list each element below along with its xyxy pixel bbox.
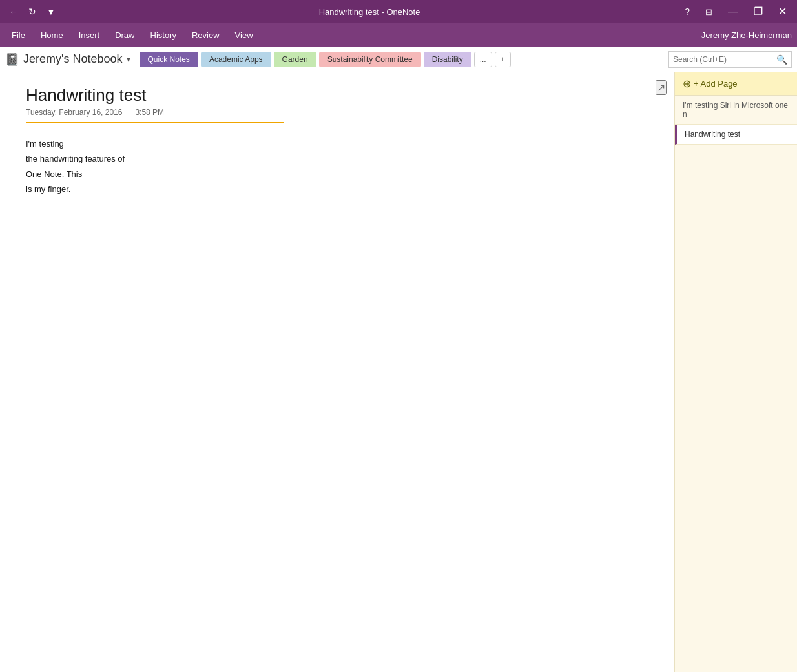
search-input[interactable] [673, 55, 776, 64]
search-bar[interactable]: 🔍 [668, 51, 792, 68]
page-list-item[interactable]: I'm testing Siri in Microsoft one n [675, 96, 797, 125]
tab-more[interactable]: ... [474, 52, 492, 67]
add-page-label: + Add Page [694, 79, 738, 89]
notebook-icon: 📓 [5, 52, 19, 67]
tab-academic-apps[interactable]: Academic Apps [201, 52, 271, 67]
page-content: Handwriting test Tuesday, February 16, 2… [0, 72, 674, 672]
menu-history[interactable]: History [144, 28, 183, 43]
page-meta: Tuesday, February 16, 2016 3:58 PM [26, 108, 284, 117]
menu-view[interactable]: View [229, 28, 260, 43]
help-icon[interactable]: ? [679, 5, 695, 18]
notebook-header: 📓 Jeremy's Notebook ▾ Quick Notes Academ… [0, 47, 797, 72]
user-name: Jeremy Zhe-Heimerman [701, 30, 792, 40]
add-page-icon: ⊕ [683, 78, 691, 90]
undo-button[interactable]: ↻ [25, 5, 40, 18]
window-right-controls: ? ⊟ — ❐ ✕ [679, 5, 792, 18]
page-time: 3:58 PM [135, 108, 164, 117]
restore-button[interactable]: ❐ [749, 5, 768, 18]
menu-review[interactable]: Review [185, 28, 226, 43]
page-list-item[interactable]: Handwriting test [675, 125, 797, 145]
tab-garden[interactable]: Garden [274, 52, 316, 67]
page-title: Handwriting test [26, 85, 284, 105]
body-line-3: One Note. This [26, 167, 648, 182]
tab-add-new[interactable]: + [495, 52, 511, 67]
content-area: ↗ Handwriting test Tuesday, February 16,… [0, 72, 674, 672]
quick-access-button[interactable]: ▼ [43, 5, 59, 18]
menu-draw[interactable]: Draw [109, 28, 141, 43]
menu-insert[interactable]: Insert [72, 28, 107, 43]
tab-disability[interactable]: Disability [424, 52, 471, 67]
menu-file[interactable]: File [5, 28, 32, 43]
window-left-controls: ← ↻ ▼ [5, 5, 59, 18]
body-line-2: the handwriting features of [26, 151, 648, 166]
expand-button[interactable]: ↗ [656, 80, 667, 95]
display-settings-button[interactable]: ⊟ [700, 6, 718, 17]
add-page-button[interactable]: ⊕ + Add Page [675, 72, 797, 96]
page-date: Tuesday, February 16, 2016 [26, 108, 122, 117]
body-line-4: is my finger. [26, 182, 648, 196]
menu-home[interactable]: Home [34, 28, 70, 43]
right-sidebar: ⊕ + Add Page I'm testing Siri in Microso… [674, 72, 797, 672]
notebook-title-area[interactable]: 📓 Jeremy's Notebook ▾ [5, 52, 130, 67]
main-layout: ↗ Handwriting test Tuesday, February 16,… [0, 72, 797, 672]
title-bar: ← ↻ ▼ Handwriting test - OneNote ? ⊟ — ❐… [0, 0, 797, 23]
tab-quick-notes[interactable]: Quick Notes [140, 52, 198, 67]
page-title-area: Handwriting test Tuesday, February 16, 2… [26, 85, 284, 123]
notebook-chevron-icon[interactable]: ▾ [127, 55, 130, 64]
search-button[interactable]: 🔍 [776, 54, 787, 65]
window-title: Handwriting test - OneNote [59, 7, 679, 17]
notebook-name: Jeremy's Notebook [23, 52, 123, 66]
page-list: I'm testing Siri in Microsoft one n Hand… [675, 96, 797, 672]
page-body[interactable]: I'm testing the handwriting features of … [26, 136, 648, 197]
body-line-1: I'm testing [26, 136, 648, 151]
menu-bar: File Home Insert Draw History Review Vie… [0, 23, 797, 47]
tab-sustainability-committee[interactable]: Sustainability Committee [319, 52, 421, 67]
back-button[interactable]: ← [5, 5, 22, 18]
minimize-button[interactable]: — [723, 5, 743, 18]
close-button[interactable]: ✕ [773, 5, 792, 18]
